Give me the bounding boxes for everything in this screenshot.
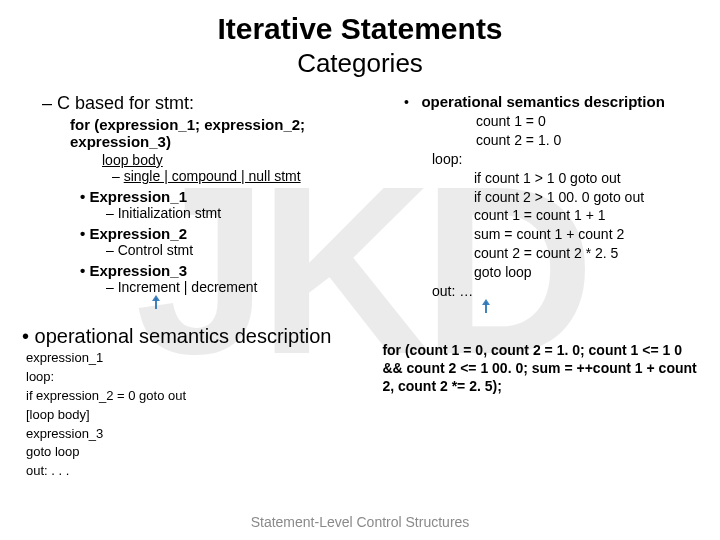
loop-body-sub: – single | compound | null stmt bbox=[112, 168, 388, 184]
opsem-header-text: operational semantics description bbox=[421, 93, 664, 110]
opsem-body-3: count 1 = count 1 + 1 bbox=[474, 206, 706, 225]
expression-2: • Expression_2 bbox=[80, 225, 388, 242]
bottom-row: • operational semantics description expr… bbox=[0, 313, 720, 480]
two-column-row: – C based for stmt: for (expression_1; e… bbox=[0, 93, 720, 313]
slide-subtitle: Categories bbox=[0, 48, 720, 79]
bottom-code-l2: loop: bbox=[26, 369, 374, 386]
opsem-line-count1: count 1 = 0 bbox=[476, 112, 706, 131]
arrow-up-icon bbox=[482, 299, 490, 313]
arrow-up-left bbox=[44, 295, 388, 313]
opsem-body-1: if count 1 > 1 0 goto out bbox=[474, 169, 706, 188]
expression-2-sub: – Control stmt bbox=[106, 242, 388, 258]
opsem-body-2: if count 2 > 1 00. 0 goto out bbox=[474, 188, 706, 207]
opsem-line-count2: count 2 = 1. 0 bbox=[476, 131, 706, 150]
bottom-code-l7: out: . . . bbox=[26, 463, 374, 480]
expression-1: • Expression_1 bbox=[80, 188, 388, 205]
bullet-icon: • bbox=[404, 94, 409, 110]
slide-footer: Statement-Level Control Structures bbox=[0, 514, 720, 530]
bottom-code-l6: goto loop bbox=[26, 444, 374, 461]
opsem-loop-label: loop: bbox=[432, 150, 706, 169]
slide-title: Iterative Statements bbox=[0, 12, 720, 46]
bottom-code-l4: [loop body] bbox=[26, 407, 374, 424]
bottom-code-l3: if expression_2 = 0 goto out bbox=[26, 388, 374, 405]
bottom-right-column: for (count 1 = 0, count 2 = 1. 0; count … bbox=[374, 313, 720, 480]
arrow-up-icon bbox=[152, 295, 160, 309]
loop-body-options: single | compound | null stmt bbox=[124, 168, 301, 184]
for-example-code: for (count 1 = 0, count 2 = 1. 0; count … bbox=[382, 341, 700, 396]
bottom-opsem-block: • operational semantics description expr… bbox=[22, 325, 374, 480]
opsem-body-4: sum = count 1 + count 2 bbox=[474, 225, 706, 244]
right-column: • operational semantics description coun… bbox=[396, 93, 720, 313]
expression-3: • Expression_3 bbox=[80, 262, 388, 279]
for-keyword: for (expression_1; expression_2; express… bbox=[70, 116, 305, 150]
slide-content: Iterative Statements Categories – C base… bbox=[0, 12, 720, 480]
bottom-left-column: • operational semantics description expr… bbox=[0, 313, 374, 480]
dash-icon: – bbox=[112, 168, 124, 184]
bottom-code-l1: expression_1 bbox=[26, 350, 374, 367]
left-column: – C based for stmt: for (expression_1; e… bbox=[0, 93, 396, 313]
for-statement-line: for (expression_1; expression_2; express… bbox=[70, 116, 388, 150]
bottom-code-l5: expression_3 bbox=[26, 426, 374, 443]
expression-1-sub: – Initialization stmt bbox=[106, 205, 388, 221]
opsem-body-6: goto loop bbox=[474, 263, 706, 282]
bottom-opsem-header: • operational semantics description bbox=[22, 325, 374, 348]
opsem-body-5: count 2 = count 2 * 2. 5 bbox=[474, 244, 706, 263]
loop-body-label: loop body bbox=[102, 152, 388, 168]
expression-3-sub: – Increment | decrement bbox=[106, 279, 388, 295]
arrow-up-right bbox=[482, 299, 706, 313]
opsem-header: • operational semantics description bbox=[404, 93, 706, 110]
bullet-c-based: – C based for stmt: bbox=[42, 93, 388, 114]
